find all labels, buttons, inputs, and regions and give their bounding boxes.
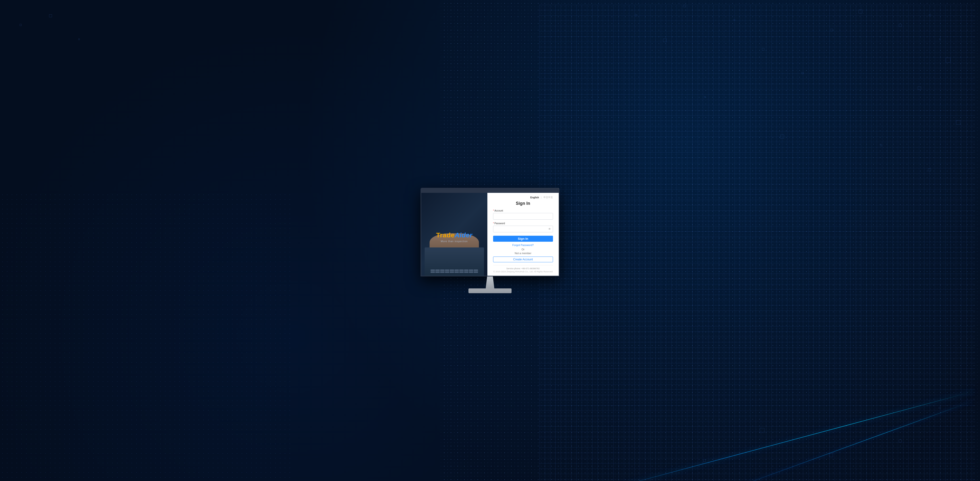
key [459, 271, 464, 273]
password-input[interactable] [493, 226, 553, 233]
footer-section: Service phone: +86-571-88396782 © 2015-2… [493, 265, 553, 273]
language-bar: English | 中文中文 [493, 196, 553, 199]
lang-divider: | [541, 196, 541, 199]
key [469, 271, 473, 273]
brand-trade-text: Trade [436, 231, 455, 239]
right-panel: English | 中文中文 Sign In *Account *Passwor… [487, 188, 559, 276]
key [464, 271, 468, 273]
key [455, 269, 459, 271]
account-group: *Account [493, 209, 553, 220]
account-label: *Account [493, 209, 553, 212]
forgot-password-link[interactable]: Forgot Password? [493, 244, 553, 247]
key [440, 271, 444, 273]
key [459, 269, 464, 271]
brand-aider-text: Aider [455, 231, 472, 239]
password-toggle-icon[interactable]: 👁 [548, 227, 551, 231]
key [440, 269, 444, 271]
service-phone: Service phone: +86-571-88396782 [493, 268, 553, 270]
key [431, 271, 435, 273]
password-label: *Password [493, 222, 553, 225]
left-panel: TradeAider More than inspection [421, 188, 487, 276]
brand-tagline: More than inspection [436, 240, 472, 243]
key [450, 271, 454, 273]
key [464, 269, 468, 271]
brand-logo: TradeAider More than inspection [436, 231, 472, 243]
keyboard-keys [431, 269, 478, 273]
brand-name: TradeAider [436, 231, 472, 239]
monitor-neck [483, 276, 497, 288]
monitor-wrapper: TradeAider More than inspection [420, 188, 560, 293]
key [435, 271, 440, 273]
monitor-screen: TradeAider More than inspection [420, 188, 560, 276]
key [450, 269, 454, 271]
key [445, 269, 449, 271]
key [474, 269, 478, 271]
key [474, 271, 478, 273]
key [455, 271, 459, 273]
or-divider: Or [493, 248, 553, 251]
account-required-star: * [493, 209, 494, 212]
copyright: © 2015-2024 Zhejiang RiHuiHub Co., Ltd. … [493, 271, 553, 273]
password-group: *Password 👁 [493, 222, 553, 233]
signin-title: Sign In [493, 201, 553, 206]
key [431, 269, 435, 271]
key [469, 269, 473, 271]
signin-button[interactable]: Sign In [493, 236, 553, 242]
password-wrapper: 👁 [493, 226, 553, 233]
account-input[interactable] [493, 213, 553, 220]
password-required-star: * [493, 222, 494, 225]
not-member-text: Not a member [493, 252, 553, 255]
lang-chinese[interactable]: 中文中文 [543, 196, 553, 199]
monitor-base [468, 288, 512, 293]
laptop-visual [421, 219, 487, 276]
glow-lines [490, 289, 980, 481]
key [435, 269, 440, 271]
key [445, 271, 449, 273]
keyboard-base [425, 247, 484, 276]
create-account-button[interactable]: Create Account [493, 256, 553, 262]
lang-english[interactable]: English [530, 196, 539, 199]
